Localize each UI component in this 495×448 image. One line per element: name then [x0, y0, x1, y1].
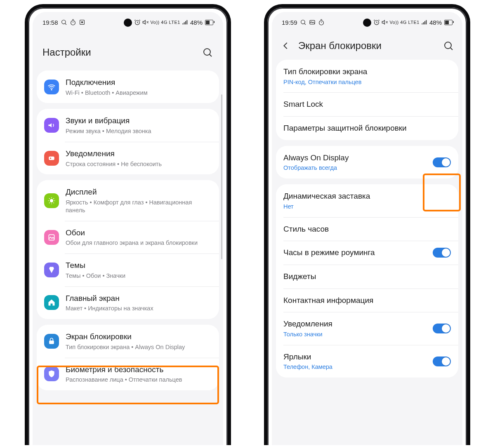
- sound-icon: [44, 118, 59, 133]
- settings-item-wallpaper[interactable]: Обои Обои для главного экрана и экрана б…: [37, 221, 219, 253]
- svg-point-9: [50, 199, 53, 202]
- item-title: Дисплей: [66, 187, 212, 197]
- list-item[interactable]: Always On DisplayОтображать всегда: [276, 146, 458, 178]
- settings-item-themes[interactable]: Темы Темы • Обои • Значки: [37, 253, 219, 286]
- settings-item-lockscreen[interactable]: Экран блокировки Тип блокировки экрана •…: [37, 325, 219, 357]
- camera-hole: [363, 19, 371, 27]
- item-subtitle: Нет: [283, 203, 451, 211]
- svg-point-0: [61, 20, 65, 24]
- svg-rect-11: [49, 340, 54, 344]
- item-title: Стиль часов: [283, 224, 451, 235]
- battery-icon: [444, 20, 453, 25]
- svg-rect-3: [81, 21, 83, 23]
- item-title: Динамическая заставка: [283, 191, 451, 202]
- toggle-switch[interactable]: [433, 357, 451, 366]
- svg-point-5: [204, 49, 210, 55]
- stopwatch-icon: [318, 19, 325, 26]
- settings-item-display[interactable]: Дисплей Яркость • Комфорт для глаз • Нав…: [37, 180, 219, 220]
- signal-icon: [421, 19, 428, 26]
- stopwatch-icon: [70, 19, 76, 26]
- settings-list[interactable]: Подключения Wi-Fi • Bluetooth • Авиарежи…: [33, 70, 223, 445]
- shield-icon: [44, 366, 59, 381]
- item-subtitle: Яркость • Комфорт для глаз • Навигационн…: [66, 199, 212, 214]
- search-icon: [300, 19, 306, 26]
- lock-icon: [44, 334, 59, 349]
- settings-item-biometrics[interactable]: Биометрия и безопасность Распознавание л…: [37, 358, 219, 390]
- app-header: Настройки: [33, 32, 223, 70]
- list-item[interactable]: Виджеты: [276, 265, 458, 289]
- item-title: Параметры защитной блокировки: [283, 123, 451, 134]
- battery-pct: 48%: [190, 19, 203, 26]
- item-subtitle: PIN-код, Отпечатки пальцев: [283, 78, 451, 86]
- item-title: Обои: [66, 228, 212, 238]
- item-subtitle: Телефон, Камера: [283, 363, 426, 371]
- settings-item-sounds[interactable]: Звуки и вибрация Режим звука • Мелодия з…: [37, 109, 219, 141]
- notification-icon: [44, 151, 59, 166]
- list-item[interactable]: Динамическая заставкаНет: [276, 184, 458, 217]
- battery-pct: 48%: [429, 19, 442, 26]
- item-subtitle: Wi-Fi • Bluetooth • Авиарежим: [66, 89, 212, 97]
- wifi-icon: [44, 80, 59, 94]
- list-item[interactable]: Контактная информация: [276, 289, 458, 312]
- phone-left: 19:58 Vo)) 4G LTE1 48%: [25, 4, 231, 445]
- item-title: Темы: [66, 260, 212, 271]
- item-subtitle: Тип блокировки экрана • Always On Displa…: [66, 343, 212, 351]
- page-title: Настройки: [42, 47, 195, 58]
- list-item[interactable]: УведомленияТолько значки: [276, 312, 458, 345]
- network-label: Vo)) 4G LTE1: [390, 20, 420, 25]
- list-item[interactable]: Часы в режиме роуминга: [276, 241, 458, 265]
- item-title: Уведомления: [66, 148, 212, 159]
- display-icon: [44, 193, 59, 208]
- item-title: Экран блокировки: [66, 331, 212, 342]
- item-title: Биометрия и безопасность: [66, 364, 212, 375]
- settings-item-notifications[interactable]: Уведомления Строка состояния • Не беспок…: [37, 142, 219, 174]
- back-button[interactable]: [280, 40, 292, 52]
- item-subtitle: Отображать всегда: [283, 164, 426, 172]
- network-label: Vo)) 4G LTE1: [151, 20, 180, 25]
- scrollbar[interactable]: [221, 94, 222, 259]
- item-title: Контактная информация: [283, 295, 451, 306]
- svg-point-8: [50, 157, 51, 159]
- svg-point-6: [51, 89, 52, 90]
- item-title: Часы в режиме роуминга: [283, 247, 426, 258]
- search-icon: [61, 19, 67, 26]
- mute-icon: [382, 19, 388, 26]
- list-item[interactable]: Параметры защитной блокировки: [276, 116, 458, 140]
- alarm-icon: [134, 19, 141, 26]
- toggle-switch[interactable]: [433, 157, 451, 167]
- search-button[interactable]: [443, 40, 454, 52]
- toggle-switch[interactable]: [433, 248, 451, 258]
- mute-icon: [142, 19, 149, 26]
- svg-rect-10: [49, 235, 54, 240]
- screen: 19:58 Vo)) 4G LTE1 48%: [33, 12, 223, 445]
- themes-icon: [44, 263, 59, 277]
- page-title: Экран блокировки: [298, 40, 436, 52]
- svg-point-16: [445, 42, 451, 49]
- svg-point-14: [319, 21, 323, 25]
- settings-item-home[interactable]: Главный экран Макет • Индикаторы на знач…: [37, 286, 219, 319]
- status-time: 19:59: [282, 19, 297, 26]
- item-subtitle: Строка состояния • Не беспокоить: [66, 160, 212, 168]
- toggle-switch[interactable]: [433, 324, 451, 333]
- image-icon: [309, 19, 316, 26]
- list-item[interactable]: ЯрлыкиТелефон, Камера: [276, 345, 458, 378]
- home-icon: [44, 295, 59, 310]
- list-item[interactable]: Smart Lock: [276, 92, 458, 116]
- search-button[interactable]: [202, 47, 213, 58]
- item-title: Звуки и вибрация: [66, 115, 212, 126]
- battery-icon: [205, 20, 213, 25]
- camera-hole: [124, 19, 132, 27]
- item-title: Уведомления: [283, 319, 426, 329]
- app-icon: [79, 19, 85, 26]
- phone-frame: 19:58 Vo)) 4G LTE1 48%: [25, 4, 231, 445]
- settings-item-connections[interactable]: Подключения Wi-Fi • Bluetooth • Авиарежи…: [37, 70, 219, 103]
- wallpaper-icon: [44, 230, 59, 245]
- list-item[interactable]: Стиль часов: [276, 217, 458, 241]
- screen: 19:59 Vo)) 4G LTE1 48%: [272, 12, 462, 445]
- item-title: Always On Display: [283, 152, 426, 163]
- svg-rect-7: [49, 157, 54, 160]
- list-item[interactable]: Тип блокировки экранаPIN-код, Отпечатки …: [276, 60, 458, 92]
- item-subtitle: Только значки: [283, 331, 426, 338]
- lockscreen-settings-list[interactable]: Тип блокировки экранаPIN-код, Отпечатки …: [272, 60, 462, 445]
- item-title: Подключения: [66, 77, 212, 88]
